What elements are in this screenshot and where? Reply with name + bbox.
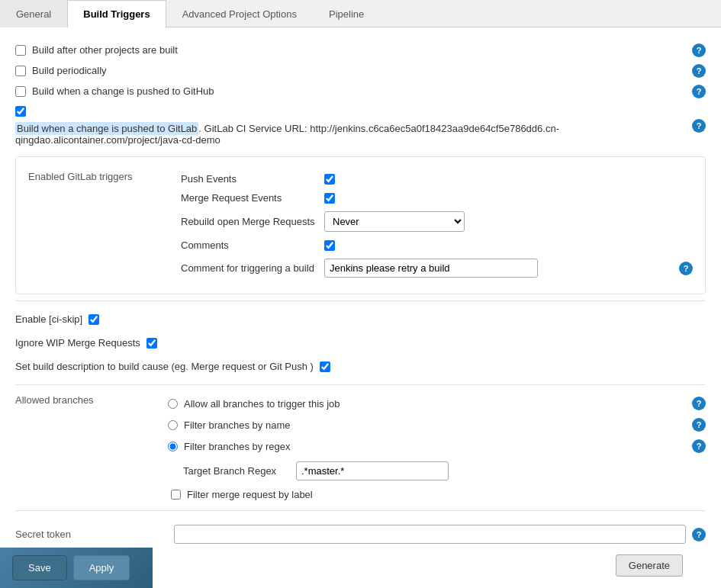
push-events-checkbox[interactable]: [324, 174, 335, 185]
divider-3: [15, 510, 706, 511]
build-gitlab-checkbox[interactable]: [15, 106, 26, 117]
build-after-help-icon[interactable]: ?: [692, 43, 706, 57]
set-build-desc-checkbox[interactable]: [320, 361, 330, 372]
build-github-checkbox[interactable]: [15, 86, 26, 97]
target-branch-regex-input[interactable]: [296, 461, 449, 480]
tab-general[interactable]: General: [0, 0, 67, 27]
allowed-branches-section: Allowed branches Allow all branches to t…: [15, 391, 706, 504]
ci-skip-checkbox[interactable]: [89, 314, 99, 325]
comments-row: Comments: [181, 236, 693, 255]
all-branches-radio[interactable]: [168, 399, 178, 409]
apply-button[interactable]: Apply: [73, 555, 130, 580]
build-periodically-help-icon[interactable]: ?: [692, 64, 706, 78]
filter-merge-label: Filter merge request by label: [187, 489, 313, 500]
tab-advanced-project-options[interactable]: Advanced Project Options: [166, 0, 313, 27]
all-branches-row: Allow all branches to trigger this job ?: [168, 393, 706, 414]
all-branches-label: Allow all branches to trigger this job: [184, 398, 340, 410]
comments-checkbox[interactable]: [324, 240, 335, 251]
filter-by-name-help-icon[interactable]: ?: [692, 418, 706, 432]
push-events-row: Push Events: [181, 169, 693, 188]
trigger-options: Push Events Merge Request Events Rebuild…: [181, 169, 693, 281]
filter-by-name-label: Filter branches by name: [184, 419, 290, 431]
filter-by-regex-row: Filter branches by regex ?: [168, 435, 706, 457]
comments-label: Comments: [181, 239, 318, 251]
build-after-label: Build after other projects are built: [32, 44, 178, 56]
ci-skip-label: Enable [ci-skip]: [15, 313, 82, 325]
gitlab-section: Enabled GitLab triggers Push Events Merg…: [15, 156, 706, 294]
divider-2: [15, 384, 706, 385]
filter-merge-row: Filter merge request by label: [171, 485, 706, 504]
tabs-bar: General Build Triggers Advanced Project …: [0, 0, 721, 27]
build-periodically-row: Build periodically ?: [15, 60, 706, 81]
all-branches-help-icon[interactable]: ?: [692, 397, 706, 410]
secret-token-input[interactable]: [174, 525, 686, 544]
content-area: Build after other projects are built ? B…: [0, 27, 721, 588]
trigger-grid: Enabled GitLab triggers Push Events Merg…: [28, 169, 693, 281]
ignore-wip-checkbox[interactable]: [146, 338, 157, 349]
build-gitlab-label: Build when a change is pushed to GitLab.…: [15, 123, 692, 146]
comment-trigger-label: Comment for triggering a build: [181, 262, 318, 274]
footer-bar: Save Apply: [0, 548, 153, 588]
merge-request-events-row: Merge Request Events: [181, 188, 693, 207]
comment-trigger-input[interactable]: [324, 259, 538, 278]
filter-by-name-radio[interactable]: [168, 420, 178, 430]
filter-by-regex-label: Filter branches by regex: [184, 441, 290, 452]
target-branch-regex-label: Target Branch Regex: [183, 465, 290, 477]
secret-token-label: Secret token: [15, 529, 168, 540]
tab-pipeline[interactable]: Pipeline: [313, 0, 380, 27]
push-events-label: Push Events: [181, 173, 318, 185]
rebuild-merge-row: Rebuild open Merge Requests Never On pus…: [181, 207, 693, 236]
build-github-label: Build when a change is pushed to GitHub: [32, 85, 214, 97]
ci-skip-row: Enable [ci-skip]: [15, 307, 706, 331]
build-github-row: Build when a change is pushed to GitHub …: [15, 81, 706, 101]
rebuild-merge-label: Rebuild open Merge Requests: [181, 216, 318, 227]
filter-by-regex-radio[interactable]: [168, 442, 178, 451]
secret-token-section: Secret token ?: [15, 517, 706, 551]
build-after-row: Build after other projects are built ?: [15, 40, 706, 60]
secret-token-right: ?: [174, 525, 706, 544]
build-gitlab-row: Build when a change is pushed to GitLab.…: [15, 101, 706, 150]
divider-1: [15, 300, 706, 301]
comment-trigger-row: Comment for triggering a build ?: [181, 255, 693, 281]
filter-by-name-row: Filter branches by name ?: [168, 414, 706, 435]
generate-button[interactable]: Generate: [616, 554, 683, 577]
rebuild-merge-select[interactable]: Never On push to source branch On push t…: [324, 211, 465, 232]
build-github-help-icon[interactable]: ?: [692, 85, 706, 98]
secret-token-help-icon[interactable]: ?: [692, 528, 706, 541]
set-build-desc-label: Set build description to build cause (eg…: [15, 361, 314, 372]
ignore-wip-row: Ignore WIP Merge Requests: [15, 331, 706, 355]
build-gitlab-help-icon[interactable]: ?: [692, 119, 706, 133]
target-branch-regex-row: Target Branch Regex: [183, 457, 706, 485]
tab-build-triggers[interactable]: Build Triggers: [67, 0, 166, 27]
save-button[interactable]: Save: [12, 555, 67, 580]
allowed-branches-label: Allowed branches: [15, 391, 168, 504]
merge-request-events-checkbox[interactable]: [324, 193, 335, 204]
filter-by-regex-help-icon[interactable]: ?: [692, 439, 706, 453]
merge-request-events-label: Merge Request Events: [181, 192, 318, 204]
allowed-branches-options: Allow all branches to trigger this job ?…: [168, 391, 706, 504]
set-build-desc-row: Set build description to build cause (eg…: [15, 355, 706, 378]
filter-merge-checkbox[interactable]: [171, 490, 181, 500]
comment-trigger-help-icon[interactable]: ?: [679, 262, 693, 275]
build-periodically-checkbox[interactable]: [15, 66, 26, 76]
ignore-wip-label: Ignore WIP Merge Requests: [15, 337, 140, 349]
gitlab-highlight: Build when a change is pushed to GitLab: [15, 122, 198, 135]
build-after-checkbox[interactable]: [15, 45, 26, 56]
enabled-gitlab-triggers-label: Enabled GitLab triggers: [28, 169, 181, 281]
build-periodically-label: Build periodically: [32, 65, 107, 76]
